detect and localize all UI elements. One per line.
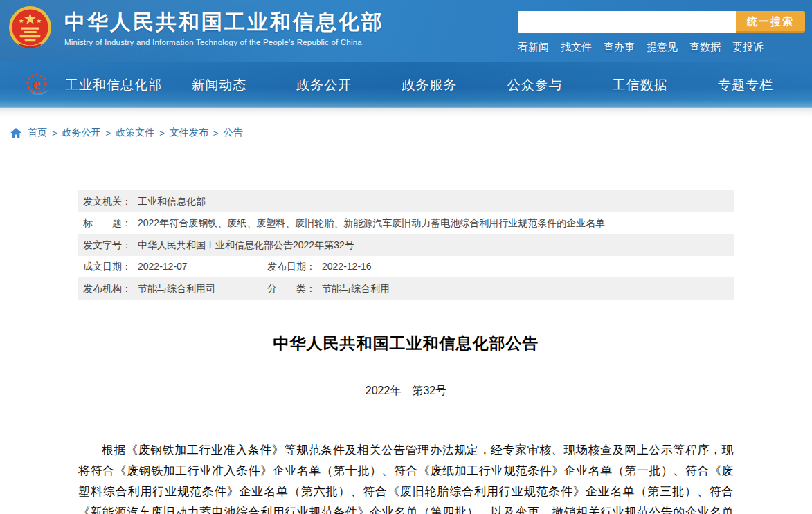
breadcrumb-announcement[interactable]: 公告 — [223, 127, 242, 139]
meta-value: 中华人民共和国工业和信息化部公告2022年第32号 — [138, 238, 354, 252]
meta-label: 发布日期： — [267, 259, 316, 273]
nav-item-topics[interactable]: 专题专栏 — [693, 76, 798, 94]
breadcrumb-separator: > — [213, 128, 219, 138]
site-header: 中华人民共和国工业和信息化部 Ministry of Industry and … — [0, 0, 812, 62]
breadcrumb-file-release[interactable]: 文件发布 — [170, 127, 208, 139]
meta-row-title: 标 题： 2022年符合废钢铁、废纸、废塑料、废旧轮胎、新能源汽车废旧动力蓄电池… — [78, 212, 734, 235]
quick-links: 看新闻 找文件 查办事 提意见 查数据 要投诉 — [518, 41, 805, 54]
breadcrumb-separator: > — [106, 128, 111, 138]
document-number: 2022年 第32号 — [78, 384, 734, 398]
breadcrumb-separator: > — [52, 128, 57, 138]
breadcrumb-separator: > — [159, 128, 165, 138]
nav-item-data[interactable]: 工信数据 — [588, 76, 693, 94]
site-subtitle: Ministry of Industry and Information Tec… — [64, 38, 384, 46]
quick-link-suggestions[interactable]: 提意见 — [647, 41, 678, 54]
document-meta-table: 发文机关： 工业和信息化部 标 题： 2022年符合废钢铁、废纸、废塑料、废旧轮… — [78, 190, 734, 300]
document-title: 中华人民共和国工业和信息化部公告 — [78, 333, 734, 354]
meta-label: 发布机构： — [83, 282, 132, 295]
national-emblem-icon — [8, 5, 52, 51]
nav-item-gov-disclosure[interactable]: 政务公开 — [271, 76, 377, 94]
meta-value: 工业和信息化部 — [138, 194, 206, 208]
breadcrumb-gov-disclosure[interactable]: 政务公开 — [62, 127, 101, 139]
meta-label: 标 题： — [83, 216, 132, 230]
breadcrumb-home[interactable]: 首页 — [28, 127, 47, 139]
nav-item-gov-services[interactable]: 政务服务 — [377, 76, 482, 94]
quick-link-files[interactable]: 找文件 — [561, 41, 592, 54]
meta-row-dates: 成文日期： 2022-12-07 发布日期： 2022-12-16 — [78, 256, 734, 278]
search-area: 统一搜索 看新闻 找文件 查办事 提意见 查数据 要投诉 — [518, 11, 805, 54]
meta-label: 发文字号： — [83, 238, 132, 252]
site-logo[interactable]: 中华人民共和国工业和信息化部 Ministry of Industry and … — [8, 5, 384, 51]
quick-link-data[interactable]: 查数据 — [689, 41, 721, 54]
meta-value: 节能与综合利用 — [322, 282, 390, 295]
meta-value: 2022年符合废钢铁、废纸、废塑料、废旧轮胎、新能源汽车废旧动力蓄电池综合利用行… — [138, 216, 605, 230]
search-input[interactable] — [518, 11, 736, 33]
meta-row-issuing-authority: 发文机关： 工业和信息化部 — [78, 190, 734, 212]
breadcrumb-policy-files[interactable]: 政策文件 — [116, 127, 154, 139]
site-title: 中华人民共和国工业和信息化部 — [64, 10, 384, 35]
meta-value: 节能与综合利用司 — [138, 282, 215, 295]
nav-item-miit[interactable]: 工业和信息化部 — [61, 76, 166, 94]
document-content: 发文机关： 工业和信息化部 标 题： 2022年符合废钢铁、废纸、废塑料、废旧轮… — [78, 190, 734, 514]
nav-bottom-strip — [0, 108, 812, 117]
nav-items: 工业和信息化部 新闻动态 政务公开 政务服务 公众参与 工信数据 专题专栏 — [0, 76, 812, 94]
quick-link-complaints[interactable]: 要投诉 — [732, 41, 764, 54]
meta-label: 成文日期： — [83, 259, 132, 273]
meta-row-agency-category: 发布机构： 节能与综合利用司 分 类： 节能与综合利用 — [78, 277, 734, 300]
breadcrumb: 首页 > 政务公开 > 政策文件 > 文件发布 > 公告 — [0, 117, 812, 149]
home-icon[interactable] — [10, 128, 21, 138]
meta-label: 发文机关： — [83, 194, 132, 208]
nav-item-news[interactable]: 新闻动态 — [166, 76, 271, 94]
meta-value: 2022-12-16 — [322, 259, 372, 273]
quick-link-news[interactable]: 看新闻 — [518, 41, 549, 54]
nav-item-participation[interactable]: 公众参与 — [482, 76, 588, 94]
main-nav: e 工业和信息化部 新闻动态 政务公开 政务服务 公众参与 工信数据 专题专栏 — [0, 62, 812, 108]
meta-label: 分 类： — [267, 282, 316, 295]
quick-link-services[interactable]: 查办事 — [604, 41, 635, 54]
meta-row-doc-number: 发文字号： 中华人民共和国工业和信息化部公告2022年第32号 — [78, 234, 734, 256]
document-paragraph: 根据《废钢铁加工行业准入条件》等规范条件及相关公告管理办法规定，经专家审核、现场… — [78, 440, 734, 514]
meta-value: 2022-12-07 — [138, 259, 188, 273]
search-button[interactable]: 统一搜索 — [736, 11, 805, 33]
